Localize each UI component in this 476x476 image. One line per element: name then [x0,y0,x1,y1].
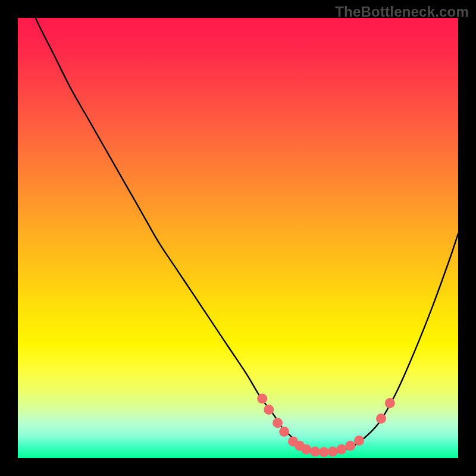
curve-dot [279,427,289,437]
curve-dot [273,418,283,428]
curve-dot [319,447,329,457]
curve-dot [310,446,320,456]
chart-frame: TheBottleneck.com [0,0,476,476]
bottleneck-curve [18,0,458,452]
curve-dot [376,414,386,424]
curve-dot [301,444,311,455]
curve-dot [257,394,267,404]
curve-dot [385,398,395,408]
curve-dots [257,394,395,458]
curve-dot [354,436,364,446]
curve-dot [328,446,338,456]
plot-area [18,18,458,458]
curve-dot [336,444,346,455]
watermark-text: TheBottleneck.com [335,4,469,20]
curve-layer [18,18,458,458]
curve-dot [264,405,274,415]
curve-dot [345,441,355,451]
